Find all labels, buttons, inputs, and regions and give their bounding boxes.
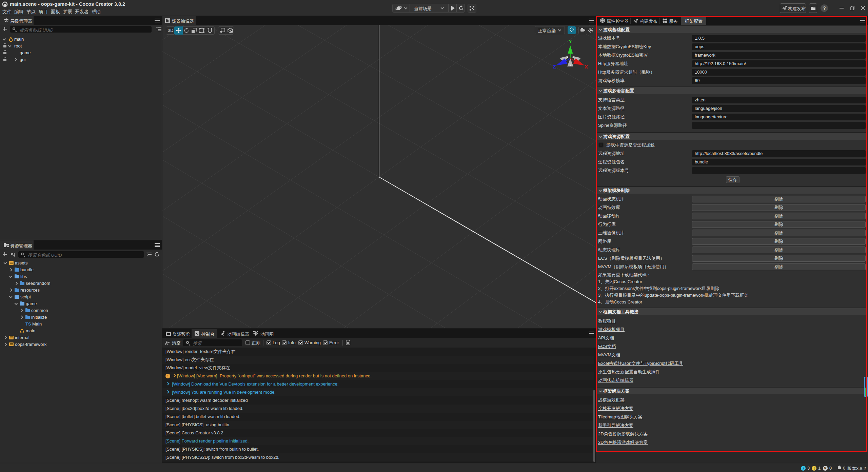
svg-text:Y: Y [569, 38, 572, 44]
svg-text:X: X [585, 64, 588, 70]
svg-text:Z: Z [553, 64, 556, 70]
